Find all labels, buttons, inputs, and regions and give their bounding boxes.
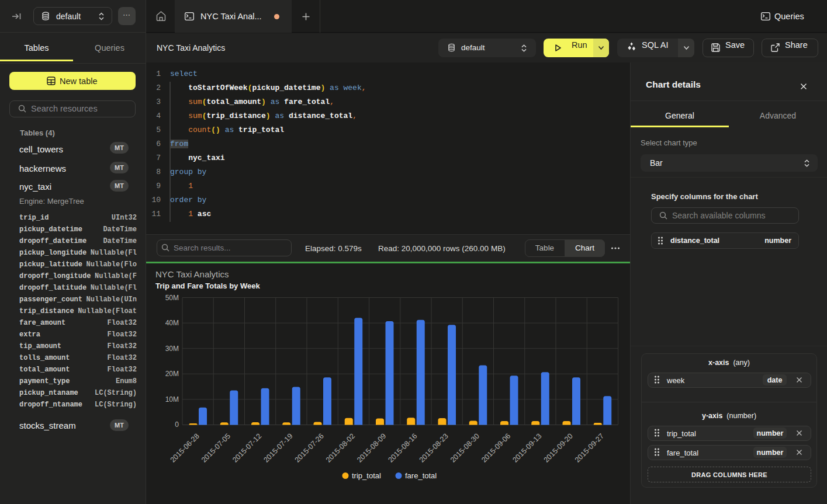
- svg-text:2015-09-06: 2015-09-06: [480, 432, 512, 464]
- svg-text:fare_total: fare_total: [405, 471, 437, 480]
- svg-text:2015-08-23: 2015-08-23: [418, 432, 450, 464]
- svg-text:40M: 40M: [165, 319, 179, 327]
- svg-text:10M: 10M: [165, 395, 179, 404]
- svg-text:2015-07-12: 2015-07-12: [231, 432, 263, 464]
- svg-text:20M: 20M: [165, 370, 179, 378]
- svg-text:2015-07-05: 2015-07-05: [200, 432, 232, 464]
- svg-text:NYC Taxi Analytics: NYC Taxi Analytics: [155, 269, 229, 279]
- svg-text:2015-08-16: 2015-08-16: [386, 432, 418, 464]
- svg-text:2015-08-30: 2015-08-30: [449, 432, 481, 464]
- svg-text:2015-08-02: 2015-08-02: [324, 432, 357, 464]
- svg-text:50M: 50M: [165, 294, 179, 302]
- svg-text:2015-09-13: 2015-09-13: [511, 432, 543, 464]
- svg-text:2015-09-20: 2015-09-20: [542, 432, 575, 464]
- svg-text:trip_total: trip_total: [352, 471, 381, 480]
- svg-text:2015-08-09: 2015-08-09: [355, 432, 387, 464]
- svg-text:Trip and Fare Totals by Week: Trip and Fare Totals by Week: [155, 281, 260, 290]
- svg-text:2015-07-26: 2015-07-26: [293, 432, 326, 464]
- svg-text:30M: 30M: [165, 345, 179, 353]
- svg-text:0: 0: [175, 420, 179, 429]
- svg-text:2015-06-28: 2015-06-28: [169, 432, 201, 464]
- svg-text:2015-07-19: 2015-07-19: [262, 432, 294, 464]
- svg-text:2015-09-27: 2015-09-27: [573, 432, 605, 464]
